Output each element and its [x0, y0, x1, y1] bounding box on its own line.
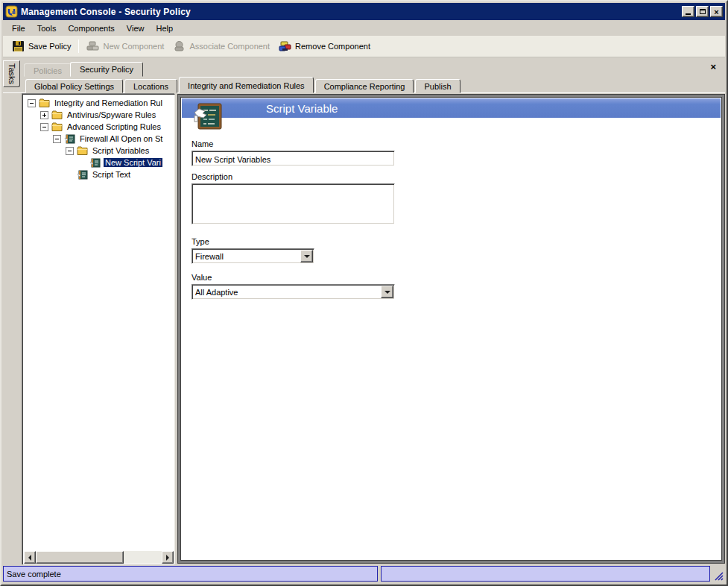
script-icon: [64, 134, 75, 144]
collapse-expander-icon[interactable]: [53, 135, 61, 143]
remove-component-label: Remove Component: [295, 42, 370, 51]
app-logo-icon: [5, 5, 18, 18]
tree-horizontal-scrollbar[interactable]: [24, 551, 174, 564]
value-dropdown[interactable]: All Adaptive: [192, 284, 395, 300]
description-textarea[interactable]: [192, 183, 395, 224]
policy-tree-panel: Integrity and Remediation Rul Antivirus/…: [22, 94, 175, 565]
new-component-label: New Component: [103, 42, 164, 51]
collapse-expander-icon[interactable]: [28, 99, 36, 107]
minimize-button[interactable]: [682, 6, 694, 17]
type-label: Type: [192, 237, 209, 246]
pane-close-icon[interactable]: ×: [710, 63, 716, 72]
maximize-icon: [700, 9, 706, 14]
collapse-expander-icon[interactable]: [40, 123, 48, 131]
script-variable-icon: [193, 102, 223, 133]
status-bar: Save complete: [3, 564, 725, 583]
folder-icon: [39, 98, 50, 108]
script-icon: [77, 170, 88, 180]
remove-component-button[interactable]: Remove Component: [274, 38, 375, 54]
script-icon: [89, 158, 101, 168]
tab-locations[interactable]: Locations: [124, 79, 177, 93]
tasks-side-tab[interactable]: Tasks: [3, 60, 20, 87]
status-secondary-panel: [381, 566, 710, 582]
primary-tab-row: Policies Security Policy: [24, 61, 143, 77]
associate-component-button[interactable]: Associate Component: [168, 38, 274, 54]
tree-row-selected[interactable]: New Script Vari: [24, 157, 174, 168]
scrollbar-thumb[interactable]: [36, 551, 124, 564]
detail-panel: Script Variable Name Description Type Fi…: [178, 95, 724, 563]
menu-bar: File Tools Components View Help: [3, 20, 725, 36]
remove-component-icon: [279, 40, 291, 52]
scroll-right-button[interactable]: [162, 551, 174, 564]
tree-item-label[interactable]: Advanced Scripting Rules: [66, 122, 162, 131]
toolbar-separator: [78, 40, 79, 53]
tab-compliance-reporting[interactable]: Compliance Reporting: [315, 79, 414, 93]
description-label: Description: [192, 172, 232, 181]
collapse-expander-icon[interactable]: [66, 147, 74, 155]
new-component-button[interactable]: New Component: [82, 38, 168, 54]
associate-component-icon: [173, 40, 186, 52]
tab-policies[interactable]: Policies: [24, 63, 72, 77]
save-icon: [12, 40, 25, 52]
scrollbar-track[interactable]: [124, 551, 162, 564]
toolbar: Save Policy New Component Associate Comp…: [3, 36, 725, 57]
tab-integrity-remediation-rules[interactable]: Integrity and Remediation Rules: [179, 77, 314, 93]
save-policy-label: Save Policy: [28, 42, 71, 51]
policy-tree: Integrity and Remediation Rul Antivirus/…: [24, 95, 174, 551]
arrow-right-icon: [166, 555, 172, 561]
folder-icon: [77, 146, 88, 156]
arrow-left-icon: [25, 555, 31, 561]
close-icon: ×: [714, 8, 718, 16]
tab-security-policy[interactable]: Security Policy: [70, 62, 143, 77]
tree-item-label[interactable]: New Script Vari: [104, 158, 162, 167]
detail-header-banner: Script Variable: [182, 98, 721, 118]
menu-components[interactable]: Components: [62, 22, 120, 35]
tree-item-label[interactable]: Script Text: [91, 170, 132, 179]
application-window: { "window": { "title": "Management Conso…: [0, 0, 728, 586]
secondary-tab-row: Global Policy Settings Locations Integri…: [25, 77, 462, 93]
maximize-button[interactable]: [696, 6, 709, 17]
value-dropdown-button[interactable]: [381, 286, 393, 298]
folder-icon: [51, 110, 63, 120]
tree-row[interactable]: Script Text: [24, 168, 174, 180]
title-bar: Management Console - Security Policy ×: [3, 3, 725, 20]
tree-item-label[interactable]: Firewall All Open on St: [78, 134, 164, 143]
resize-grip[interactable]: [713, 570, 724, 581]
tab-publish[interactable]: Publish: [415, 79, 460, 93]
tab-global-policy-settings[interactable]: Global Policy Settings: [25, 79, 123, 93]
status-message: Save complete: [7, 570, 61, 579]
tree-item-label[interactable]: Integrity and Remediation Rul: [53, 98, 164, 107]
menu-tools[interactable]: Tools: [31, 22, 63, 35]
save-policy-button[interactable]: Save Policy: [7, 38, 75, 54]
menu-help[interactable]: Help: [150, 22, 179, 35]
type-dropdown-button[interactable]: [300, 250, 313, 262]
tree-item-label[interactable]: Script Variables: [91, 146, 151, 155]
tree-row[interactable]: Antivirus/Spyware Rules: [24, 109, 174, 121]
name-label: Name: [192, 139, 213, 148]
scroll-left-button[interactable]: [24, 551, 36, 564]
chevron-down-icon: [384, 291, 390, 297]
tree-row[interactable]: Integrity and Remediation Rul: [24, 97, 174, 109]
tree-row[interactable]: Firewall All Open on St: [24, 133, 174, 145]
name-input[interactable]: [192, 151, 395, 166]
minimize-icon: [686, 13, 691, 15]
tree-row[interactable]: Script Variables: [24, 145, 174, 157]
new-component-icon: [86, 40, 99, 52]
expand-expander-icon[interactable]: [40, 111, 48, 119]
type-dropdown[interactable]: Firewall: [192, 248, 314, 264]
folder-icon: [51, 122, 63, 132]
type-selected-value: Firewall: [192, 252, 300, 261]
window-title: Management Console - Security Policy: [21, 7, 191, 17]
value-label: Value: [192, 273, 212, 282]
status-message-panel: Save complete: [3, 566, 378, 582]
close-button[interactable]: ×: [710, 6, 723, 17]
value-selected-value: All Adaptive: [192, 288, 381, 297]
tree-row[interactable]: Advanced Scripting Rules: [24, 121, 174, 133]
associate-component-label: Associate Component: [189, 42, 270, 51]
menu-view[interactable]: View: [121, 22, 151, 35]
menu-file[interactable]: File: [6, 22, 31, 35]
tree-item-label[interactable]: Antivirus/Spyware Rules: [66, 110, 157, 119]
chevron-down-icon: [304, 255, 310, 261]
